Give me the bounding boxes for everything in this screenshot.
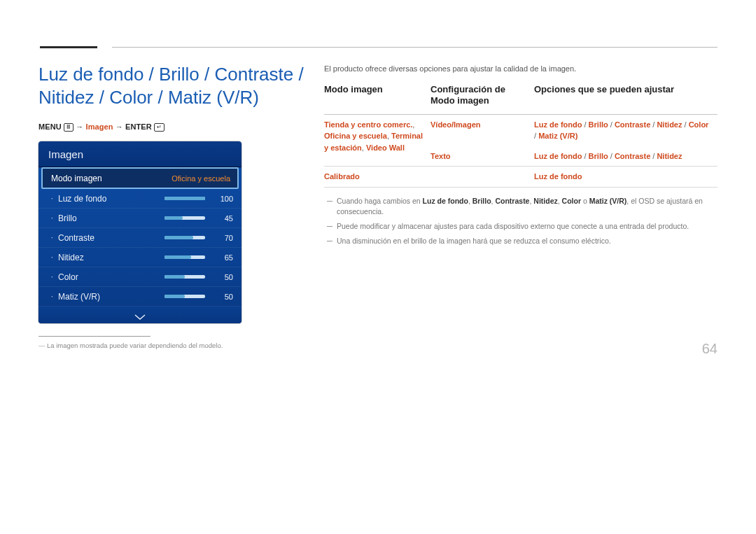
osd-row[interactable]: ·Brillo45: [38, 209, 241, 228]
note-dash-icon: [326, 221, 337, 232]
note-item: Puede modificar y almacenar ajustes para…: [326, 221, 718, 232]
image-disclaimer: ― La imagen mostrada puede variar depend…: [38, 341, 304, 350]
osd-slider[interactable]: [164, 216, 205, 220]
osd-row-value: 65: [211, 253, 233, 262]
bullet-icon: ·: [51, 214, 58, 222]
cell-config: [430, 167, 534, 188]
menu-label: MENU: [38, 122, 62, 131]
osd-row[interactable]: ·Matiz (V/R)50: [38, 287, 241, 307]
osd-row-value: 45: [211, 214, 233, 223]
osd-slider[interactable]: [164, 295, 205, 298]
bullet-icon: ·: [51, 273, 58, 281]
top-rule-short: [40, 46, 97, 48]
table-header-options: Opciones que se pueden ajustar: [534, 84, 718, 114]
table-header-config: Configuración de Modo imagen: [430, 84, 534, 114]
osd-slider[interactable]: [164, 255, 205, 259]
note-text: Cuando haga cambios en Luz de fondo, Bri…: [337, 196, 718, 218]
osd-row-value: 50: [211, 293, 233, 301]
menu-path: MENU Ⅲ → Imagen → ENTER ↵: [38, 122, 304, 132]
note-text: Una disminución en el brillo de la image…: [337, 236, 718, 247]
cell-options: Luz de fondo: [534, 167, 718, 188]
arrow-icon: →: [115, 122, 123, 131]
footnote-rule: [38, 336, 150, 337]
osd-body: Modo imagen Oficina y escuela ·Luz de fo…: [38, 167, 241, 323]
osd-row-value: 50: [211, 273, 233, 281]
osd-row-label: Brillo: [58, 213, 164, 223]
osd-row-value: 70: [211, 234, 233, 242]
note-item: Cuando haga cambios en Luz de fondo, Bri…: [326, 196, 718, 218]
page-title: Luz de fondo / Brillo / Contraste / Niti…: [38, 63, 304, 108]
osd-slider[interactable]: [164, 236, 205, 239]
note-text: Puede modificar y almacenar ajustes para…: [337, 221, 718, 232]
osd-row[interactable]: ·Color50: [38, 267, 241, 287]
osd-selected-value: Oficina y escuela: [172, 174, 230, 183]
osd-slider[interactable]: [164, 275, 205, 279]
osd-slider[interactable]: [164, 197, 205, 200]
note-item: Una disminución en el brillo de la image…: [326, 236, 718, 247]
modes-table: Modo imagen Configuración de Modo imagen…: [324, 84, 718, 188]
bullet-icon: ·: [51, 293, 58, 300]
enter-icon: ↵: [154, 123, 164, 132]
cell-mode: Calibrado: [324, 167, 430, 188]
table-header-mode: Modo imagen: [324, 84, 430, 114]
chevron-down-icon: [134, 312, 146, 318]
page-number: 64: [702, 341, 718, 357]
note-dash-icon: [326, 236, 337, 247]
bullet-icon: ·: [51, 195, 58, 202]
bullet-icon: ·: [51, 253, 58, 261]
menu-path-imagen: Imagen: [85, 122, 113, 131]
osd-row-label: Luz de fondo: [58, 194, 164, 204]
osd-row-value: 100: [211, 195, 233, 203]
image-disclaimer-text: La imagen mostrada puede variar dependie…: [47, 341, 223, 350]
osd-row-label: Color: [58, 272, 164, 282]
cell-mode: Tienda y centro comerc., Oficina y escue…: [324, 114, 430, 167]
menu-icon: Ⅲ: [64, 123, 74, 132]
arrow-icon: →: [76, 122, 83, 131]
osd-row[interactable]: ·Contraste70: [38, 228, 241, 248]
osd-selected-row[interactable]: Modo imagen Oficina y escuela: [41, 167, 239, 189]
table-row: Tienda y centro comerc., Oficina y escue…: [324, 114, 718, 146]
osd-header: Imagen: [38, 141, 241, 167]
osd-row-label: Nitidez: [58, 253, 164, 262]
osd-row-label: Contraste: [58, 233, 164, 243]
osd-panel: Imagen Modo imagen Oficina y escuela ·Lu…: [38, 141, 241, 323]
top-rule-long: [112, 47, 718, 48]
osd-row[interactable]: ·Nitidez65: [38, 248, 241, 267]
osd-scroll-down[interactable]: [38, 307, 241, 323]
notes-list: Cuando haga cambios en Luz de fondo, Bri…: [324, 196, 718, 247]
cell-options: Luz de fondo / Brillo / Contraste / Niti…: [534, 146, 718, 167]
table-row: CalibradoLuz de fondo: [324, 167, 718, 188]
osd-row[interactable]: ·Luz de fondo100: [38, 189, 241, 209]
osd-row-label: Matiz (V/R): [58, 292, 164, 302]
cell-config: Texto: [430, 146, 534, 167]
bullet-icon: ·: [51, 234, 58, 241]
cell-config: Vídeo/Imagen: [430, 114, 534, 146]
intro-text: El producto ofrece diversas opciones par…: [324, 64, 718, 73]
osd-selected-label: Modo imagen: [51, 174, 172, 183]
note-dash-icon: [326, 196, 337, 218]
enter-label: ENTER: [125, 122, 152, 131]
cell-options: Luz de fondo / Brillo / Contraste / Niti…: [534, 114, 718, 146]
